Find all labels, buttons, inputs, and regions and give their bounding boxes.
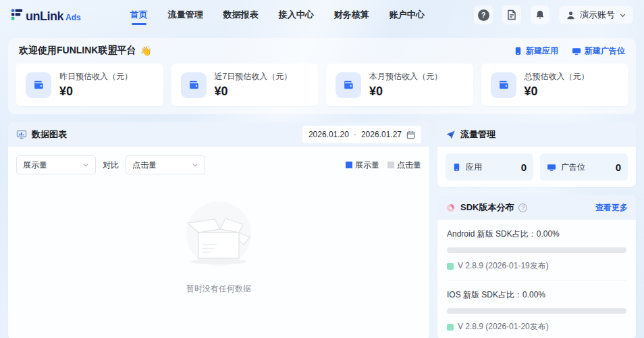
- stat-value: ¥0: [525, 84, 589, 99]
- paper-plane-icon: [446, 130, 456, 140]
- impressions-swatch: [346, 162, 352, 168]
- welcome-title: 欢迎使用FUNLINK联盟平台 👋: [19, 45, 152, 57]
- chevron-down-icon: [82, 162, 89, 168]
- main-content: 数据图表 2026.01.20 - 2026.01.27 展示量: [8, 122, 636, 338]
- traffic-panel-title: 流量管理: [460, 128, 495, 141]
- sdk-ios-percent: 0.00%: [522, 290, 545, 299]
- stat-card-text: 昨日预估收入（元） ¥0: [59, 71, 132, 99]
- traffic-panel: 流量管理 应用 0: [437, 122, 636, 187]
- legend-impressions-label: 展示量: [355, 160, 379, 171]
- traffic-body: 应用 0 广告位 0: [437, 147, 636, 187]
- stat-card-text: 本月预估收入（元） ¥0: [369, 71, 442, 99]
- document-icon: [506, 9, 517, 20]
- nav-item-account[interactable]: 账户中心: [390, 0, 425, 30]
- apps-label: 应用: [466, 162, 482, 173]
- stat-label: 近7日预估收入（元）: [215, 71, 292, 82]
- nav-item-home[interactable]: 首页: [130, 0, 148, 30]
- traffic-panel-header: 流量管理: [437, 122, 636, 147]
- stat-value: ¥0: [59, 84, 132, 99]
- compare-select[interactable]: 点击量: [126, 155, 205, 174]
- chart-legend: 展示量 点击量: [346, 160, 421, 171]
- stat-label: 总预估收入（元）: [525, 71, 589, 82]
- nav-item-traffic[interactable]: 流量管理: [168, 0, 203, 30]
- stat-label: 昨日预估收入（元）: [59, 71, 132, 82]
- pie-chart-icon: [446, 203, 456, 213]
- legend-clicks-label: 点击量: [397, 160, 421, 171]
- apps-count: 0: [521, 162, 527, 173]
- navbar-actions: ? 演示账号: [474, 5, 633, 24]
- help-button[interactable]: ?: [474, 5, 493, 24]
- sdk-android-label-row: Android 新版 SDK占比：0.00%: [447, 228, 626, 240]
- new-app-icon: [514, 47, 522, 55]
- sdk-version-swatch: [447, 263, 454, 270]
- sdk-panel: SDK版本分布 ? 查看更多 Android 新版 SDK占比：0.00% V …: [437, 195, 636, 338]
- nav-item-reports[interactable]: 数据报表: [223, 0, 259, 30]
- stat-card-total: 总预估收入（元） ¥0: [481, 64, 628, 106]
- stat-card-7days: 近7日预估收入（元） ¥0: [171, 64, 319, 106]
- chart-empty-state: 暂时没有任何数据: [8, 178, 429, 338]
- sdk-ios-version: V 2.8.9 (2026-01-20发布): [458, 321, 549, 333]
- sdk-ios-label-row: IOS 新版 SDK占比：0.00%: [447, 289, 626, 301]
- compare-label: 对比: [103, 160, 119, 171]
- stat-card-yesterday: 昨日预估收入（元） ¥0: [16, 64, 163, 106]
- docs-button[interactable]: [502, 5, 521, 24]
- empty-box-icon: [171, 199, 266, 276]
- brand-logo[interactable]: unLink Ads: [11, 8, 81, 22]
- new-adslot-icon: [572, 47, 581, 55]
- screen-icon: [547, 163, 556, 172]
- adslots-label: 广告位: [561, 162, 585, 173]
- wave-emoji: 👋: [140, 45, 151, 56]
- stat-cards-row: 昨日预估收入（元） ¥0 近7日预估收入（元） ¥0: [8, 58, 636, 114]
- nav-item-integration[interactable]: 接入中心: [279, 0, 314, 30]
- sdk-section-android: Android 新版 SDK占比：0.00% V 2.8.9 (2026-01-…: [447, 228, 626, 280]
- apps-card[interactable]: 应用 0: [446, 153, 533, 180]
- wallet-icon: [26, 72, 51, 98]
- new-app-label: 新建应用: [526, 45, 558, 57]
- stat-value: ¥0: [215, 84, 292, 99]
- help-icon: ?: [478, 9, 489, 21]
- date-end: 2026.01.27: [361, 130, 402, 139]
- compare-select-value: 点击量: [132, 160, 157, 171]
- sdk-panel-header: SDK版本分布 ? 查看更多: [437, 195, 636, 220]
- stat-card-month: 本月预估收入（元） ¥0: [326, 64, 473, 106]
- metric-select[interactable]: 展示量: [16, 155, 96, 174]
- logo-icon: [11, 8, 24, 21]
- sdk-version-swatch: [447, 324, 454, 331]
- clicks-swatch: [387, 162, 394, 168]
- welcome-bar: 欢迎使用FUNLINK联盟平台 👋 新建应用 新建广告位: [8, 38, 636, 58]
- date-range-picker[interactable]: 2026.01.20 - 2026.01.27: [302, 126, 421, 143]
- stat-card-text: 近7日预估收入（元） ¥0: [215, 71, 292, 99]
- new-app-button[interactable]: 新建应用: [514, 45, 558, 57]
- sdk-help-icon[interactable]: ?: [518, 203, 527, 212]
- wallet-icon: [491, 72, 516, 98]
- sdk-ios-label: IOS 新版 SDK占比：: [447, 290, 522, 299]
- new-adslot-button[interactable]: 新建广告位: [572, 45, 625, 57]
- welcome-text: 欢迎使用FUNLINK联盟平台: [19, 45, 136, 57]
- account-menu[interactable]: 演示账号: [559, 6, 633, 24]
- legend-impressions[interactable]: 展示量: [346, 160, 379, 171]
- welcome-actions: 新建应用 新建广告位: [514, 45, 625, 57]
- chevron-down-icon: [192, 162, 198, 168]
- sdk-ios-progressbar: [447, 308, 626, 314]
- chart-panel: 数据图表 2026.01.20 - 2026.01.27 展示量: [8, 122, 429, 338]
- adslots-card[interactable]: 广告位 0: [540, 153, 628, 180]
- right-column: 流量管理 应用 0: [437, 122, 636, 338]
- phone-icon: [452, 163, 461, 172]
- new-adslot-label: 新建广告位: [585, 45, 625, 57]
- sdk-section-ios: IOS 新版 SDK占比：0.00% V 2.8.9 (2026-01-20发布…: [447, 280, 626, 338]
- wallet-icon: [336, 72, 361, 98]
- dashboard-page: unLink Ads 首页 流量管理 数据报表 接入中心 财务核算 账户中心 ?: [0, 0, 644, 338]
- top-navbar: unLink Ads 首页 流量管理 数据报表 接入中心 财务核算 账户中心 ?: [0, 0, 644, 30]
- sdk-android-label: Android 新版 SDK占比：: [447, 229, 537, 239]
- sdk-android-percent: 0.00%: [537, 229, 560, 239]
- sdk-panel-title: SDK版本分布: [460, 201, 514, 214]
- sdk-more-link[interactable]: 查看更多: [595, 202, 628, 214]
- sdk-android-progressbar: [447, 247, 626, 253]
- nav-item-finance[interactable]: 财务核算: [334, 0, 369, 30]
- stat-card-text: 总预估收入（元） ¥0: [525, 71, 589, 99]
- notifications-button[interactable]: [531, 5, 549, 24]
- wallet-icon: [181, 72, 207, 98]
- empty-state-text: 暂时没有任何数据: [186, 283, 251, 295]
- legend-clicks[interactable]: 点击量: [387, 160, 421, 171]
- logo-suffix: Ads: [65, 13, 81, 22]
